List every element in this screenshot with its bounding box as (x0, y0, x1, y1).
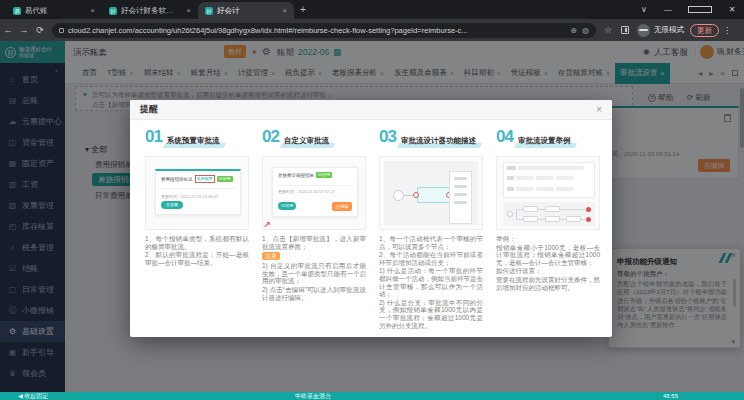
note-line: 1) 什么是活动：每一个审批的环节都叫做一个活动，例如当前环节是会计主管审核，那… (379, 267, 483, 297)
forward-button[interactable]: → (16, 25, 32, 35)
mini-toggle: 已启用 (278, 202, 296, 210)
step-2: 02 自定义审批流 差旅费定额报销单 已启用 更新时间：2020-11-30 0… (262, 129, 366, 330)
browser-tab-yidaizhang[interactable]: 易 易代账 × (6, 2, 102, 19)
mini-card-name: 费用报销审批流 (161, 177, 193, 182)
note-line: 如何进行设置： (496, 267, 600, 275)
designer-canvas (384, 161, 478, 225)
tab-favicon: 好 (109, 7, 117, 15)
maximize-button[interactable] (688, 6, 712, 13)
zoom-icon[interactable]: ⊕ (570, 26, 577, 35)
branch-flow-diagram (503, 202, 595, 226)
step-1-header: 01 系统预置审批流 (145, 129, 249, 154)
note-line: 需要在流程前先设置好分支条件，然后增加对应的活动框即可。 (496, 276, 600, 291)
mini-card-time: 更新时间：2021-07-22 10:00:02 (161, 194, 218, 199)
reload-button[interactable]: ⟳ (32, 25, 48, 35)
modal-title: 提醒 (140, 103, 158, 116)
tab-close-icon[interactable]: × (90, 6, 95, 15)
note-line: 1、每个报销单类型，系统都有默认的极简审批流。 (145, 235, 249, 250)
note-line: 1、点击【新增审批流】，进入新审批流设置界面； (262, 235, 366, 250)
browser-tab-price[interactable]: 好 好会计财务软件购买价格及... × (102, 2, 198, 19)
status-badge: 已启用 (217, 176, 233, 182)
condition-form (503, 162, 595, 198)
minimize-button[interactable]: — (656, 5, 680, 14)
mini-view-button: 去查看 (161, 201, 183, 209)
window-controls: ∨ — ✕ (632, 0, 744, 19)
step-4-illustration (496, 156, 600, 230)
mini-edit-button: 去编辑 (332, 202, 352, 211)
step-title: 审批流设计器功能描述 (401, 136, 476, 146)
mini-card-time: 更新时间：2020-11-30 07:37:27 (278, 189, 335, 194)
delete-node-icon (586, 207, 591, 212)
step-1-illustration: 费用报销审批流 系统预置 已启用 更新时间：2021-07-22 10:00:0… (145, 156, 249, 230)
step-4-notes: 举例： 报销单金额小于1000元，老板—会计审批流程；报销单金额超过1000元，… (496, 235, 600, 291)
collapse-pin-button[interactable]: ◀ 收起固定 (18, 392, 48, 400)
tracking-protection-icon[interactable]: ◍ (582, 26, 589, 35)
context-menu (449, 171, 472, 224)
tab-close-icon[interactable]: × (186, 6, 191, 15)
start-node (507, 211, 513, 217)
time-text: 48:55 (663, 392, 678, 400)
step-number: 01 (145, 127, 162, 147)
tab-favicon: 易 (13, 7, 21, 15)
browser-navbar: ← → ⟳ cloud2.chanjet.com/accounting/uh26… (0, 19, 744, 41)
step-title: 自定义审批流 (284, 136, 329, 146)
step-3-notes: 1、每一个活动框代表一个审核的节点，可以设置多个节点； 2、每个活动都能在当前环… (379, 235, 483, 329)
new-tab-button[interactable]: + (294, 2, 312, 19)
mini-flow-card: 差旅费定额报销单 已启用 更新时间：2020-11-30 07:37:27 已启… (272, 167, 358, 217)
note-line: 1、每一个活动框代表一个审核的节点，可以设置多个节点； (379, 235, 483, 250)
step-title: 系统预置审批流 (167, 136, 220, 146)
step-4-header: 04 审批流设置举例 (496, 129, 600, 154)
browser-menu-icon[interactable]: ⋮ (723, 26, 731, 35)
delete-node-icon (586, 217, 591, 222)
step-number: 03 (379, 127, 396, 147)
bottom-bar: ◀ 收起固定 中欧基金混合 48:55 (0, 392, 744, 400)
url-text: cloud2.chanjet.com/accounting/uh26t264j5… (68, 26, 565, 35)
tab-title: 好会计财务软件购买价格及... (121, 6, 180, 16)
tab-favicon: 好 (205, 7, 213, 15)
browser-tab-haokuaiji-active[interactable]: 好 好会计 × (198, 2, 294, 19)
step-2-header: 02 自定义审批流 (262, 129, 366, 154)
start-node (393, 190, 404, 201)
incognito-label: 无痕模式 (654, 25, 684, 35)
screen: 易 易代账 × 好 好会计财务软件购买价格及... × 好 好会计 × + ∨ … (0, 0, 744, 400)
collapse-icon: ◀ (18, 393, 23, 399)
close-window-button[interactable]: ✕ (720, 5, 744, 14)
app-window: 好 畅捷通好会计旗舰版 演示账套 教程 ▾ ⚙ 账期 2022-06 ▦ ◉ 人… (0, 41, 744, 400)
step-1: 01 系统预置审批流 费用报销审批流 系统预置 已启用 更新时间：2021-07… (145, 129, 249, 330)
tab-close-icon[interactable]: × (282, 6, 287, 15)
tutorial-modal: 提醒 × 01 系统预置审批流 费用报销审批流 系统预置 (130, 100, 612, 337)
lock-icon (59, 28, 64, 33)
step-3-header: 03 审批流设计器功能描述 (379, 129, 483, 154)
anchor-highlight (413, 192, 419, 198)
side-panel-icon[interactable] (621, 26, 629, 34)
incognito-icon (637, 24, 650, 37)
collapse-label: 收起固定 (24, 393, 48, 399)
step-number: 04 (496, 127, 513, 147)
close-icon[interactable]: × (596, 104, 602, 115)
status-badge: 已启用 (316, 172, 332, 178)
red-arrow-icon: ↗ (263, 220, 271, 230)
note-line: 举例： (496, 235, 600, 243)
ticker-text: 中欧基金混合 (295, 392, 331, 400)
note-line: 2) 点击“去编辑”可以进入到审批流设计器进行编辑。 (262, 286, 366, 301)
bookmark-star-icon[interactable]: ☆ (604, 25, 612, 35)
step-1-notes: 1、每个报销单类型，系统都有默认的极简审批流。 2、默认的审批流程是：开始—老板… (145, 235, 249, 266)
step-title: 审批流设置举例 (518, 136, 571, 146)
mini-card-name: 差旅费定额报销单 (278, 173, 314, 178)
modal-body: 01 系统预置审批流 费用报销审批流 系统预置 已启用 更新时间：2021-07… (130, 120, 612, 330)
step-3: 03 审批流设计器功能描述 1、 (379, 129, 483, 330)
step-2-notes: 1、点击【新增审批流】，进入新审批流设置界面； 注意 1) 自定义的审批流只有启… (262, 235, 366, 301)
tab-search-icon[interactable]: ∨ (632, 5, 656, 14)
step-4: 04 审批流设置举例 (496, 129, 600, 330)
chrome-update-button[interactable]: 更新 (690, 24, 719, 37)
back-button[interactable]: ← (0, 25, 16, 35)
address-bar[interactable]: cloud2.chanjet.com/accounting/uh26t264j5… (52, 23, 596, 38)
browser-tab-strip: 易 易代账 × 好 好会计财务软件购买价格及... × 好 好会计 × + ∨ … (0, 0, 744, 19)
step-2-illustration: 差旅费定额报销单 已启用 更新时间：2020-11-30 07:37:27 已启… (262, 156, 366, 230)
note-line: 1) 自定义的审批流只有启用后才能生效，且一个单据类型只能有一个启用的审批流； (262, 262, 366, 285)
mini-flow-card: 费用报销审批流 系统预置 已启用 更新时间：2021-07-22 10:00:0… (155, 169, 241, 215)
modal-header: 提醒 × (130, 100, 612, 120)
note-line: 报销单金额小于1000元，老板—会计审批流程；报销单金额超过1000元，老板—会… (496, 244, 600, 267)
tab-title: 好会计 (217, 6, 276, 16)
note-line: 2、每个活动都能在当前环节前或者环节后增加活动或分支； (379, 251, 483, 266)
